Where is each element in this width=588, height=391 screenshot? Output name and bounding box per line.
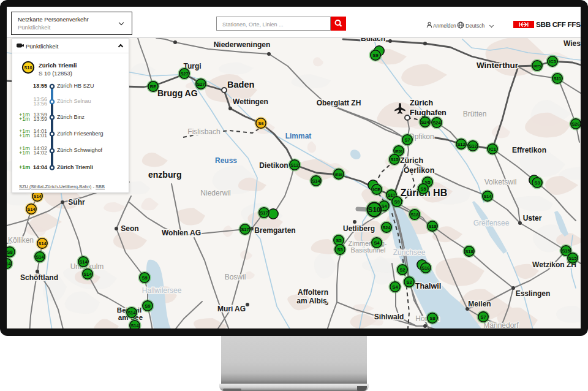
svg-text:S14: S14: [7, 261, 11, 267]
svg-text:Esslingen: Esslingen: [516, 289, 551, 298]
svg-text:Wettingen: Wettingen: [233, 97, 268, 106]
svg-text:S18: S18: [410, 212, 418, 218]
svg-text:ICE: ICE: [373, 187, 380, 192]
svg-text:S9: S9: [372, 53, 378, 58]
svg-text:Wohlen AG: Wohlen AG: [162, 229, 201, 237]
svg-text:S5: S5: [336, 238, 341, 243]
svg-text:Suhr: Suhr: [68, 198, 85, 207]
svg-text:Meilen: Meilen: [468, 300, 491, 308]
svg-text:S14: S14: [79, 259, 88, 265]
svg-text:S14: S14: [483, 194, 492, 199]
svg-text:Volketswil: Volketswil: [484, 178, 517, 186]
svg-text:IR75: IR75: [533, 64, 541, 68]
svg-text:S11: S11: [554, 76, 562, 82]
svg-text:Reuss: Reuss: [215, 156, 237, 165]
svg-text:IR36: IR36: [395, 150, 403, 153]
svg-text:S27: S27: [180, 71, 188, 77]
svg-text:Brugg AG: Brugg AG: [157, 88, 198, 98]
svg-text:S24: S24: [421, 120, 429, 125]
svg-text:S4: S4: [392, 284, 398, 290]
svg-text:S5: S5: [337, 247, 342, 252]
svg-text:S14: S14: [39, 241, 47, 246]
svg-text:Wies: Wies: [564, 39, 581, 48]
svg-text:Dietikon: Dietikon: [259, 161, 288, 170]
svg-text:Sihlwald: Sihlwald: [374, 313, 404, 321]
svg-text:S14: S14: [127, 310, 136, 316]
svg-text:Thalwil: Thalwil: [415, 282, 441, 290]
svg-text:S14: S14: [83, 271, 92, 277]
svg-text:IR35: IR35: [335, 173, 343, 177]
svg-text:S18: S18: [428, 224, 436, 229]
svg-text:Brütten: Brütten: [463, 110, 487, 118]
svg-text:Boswil: Boswil: [225, 273, 246, 281]
svg-text:S9: S9: [141, 275, 147, 281]
svg-text:Niederweningen: Niederweningen: [214, 40, 271, 49]
svg-text:S3: S3: [534, 180, 540, 186]
svg-text:S7: S7: [480, 314, 486, 320]
svg-text:S12: S12: [469, 143, 477, 149]
svg-text:Effretikon: Effretikon: [512, 146, 546, 154]
svg-text:Seon: Seon: [121, 224, 138, 233]
svg-text:S9: S9: [394, 199, 399, 205]
svg-text:S8: S8: [7, 249, 12, 255]
svg-text:Hallwilersee: Hallwilersee: [142, 286, 182, 295]
svg-text:S10: S10: [368, 206, 380, 213]
svg-text:Fislisbach: Fislisbach: [187, 127, 220, 136]
svg-text:S7: S7: [404, 137, 410, 143]
svg-text:RE: RE: [150, 84, 156, 89]
svg-text:S17: S17: [241, 227, 249, 232]
svg-text:Zürich: Zürich: [400, 156, 423, 165]
svg-text:Zürich: Zürich: [410, 99, 433, 107]
svg-text:Uetliberg: Uetliberg: [343, 224, 375, 233]
svg-text:Baden: Baden: [227, 80, 254, 89]
svg-text:Affoltern: Affoltern: [298, 288, 328, 297]
svg-text:S5: S5: [420, 186, 426, 192]
svg-text:S12: S12: [290, 162, 298, 168]
svg-text:enzburg: enzburg: [148, 170, 181, 180]
svg-text:IC5: IC5: [549, 59, 556, 64]
svg-text:Greifensee: Greifensee: [473, 219, 510, 227]
svg-text:Uster: Uster: [523, 214, 542, 222]
svg-text:Zürichsee: Zürichsee: [393, 248, 426, 257]
svg-text:S8: S8: [429, 316, 435, 321]
svg-text:S17: S17: [260, 210, 268, 216]
svg-text:Limmat: Limmat: [285, 132, 312, 140]
svg-text:S24: S24: [432, 120, 441, 126]
svg-text:S15: S15: [568, 256, 576, 261]
svg-text:S9: S9: [145, 303, 150, 309]
svg-text:Niederwil: Niederwil: [200, 189, 230, 197]
svg-text:Männedorf: Männedorf: [483, 321, 519, 328]
svg-text:S26: S26: [571, 121, 579, 127]
svg-text:S15: S15: [390, 157, 398, 162]
svg-text:Kölliken: Kölliken: [8, 236, 34, 245]
svg-text:S14: S14: [130, 323, 139, 328]
svg-text:Muri AG: Muri AG: [217, 305, 246, 313]
svg-text:S6: S6: [258, 121, 264, 126]
svg-text:S24: S24: [382, 225, 391, 230]
svg-text:S12: S12: [457, 142, 465, 147]
svg-text:S4: S4: [374, 240, 380, 246]
svg-text:S14: S14: [36, 254, 44, 260]
svg-text:Bremgarten: Bremgarten: [254, 226, 295, 235]
svg-text:S18: S18: [465, 249, 473, 254]
svg-text:IC1: IC1: [489, 146, 496, 152]
svg-text:Flughafen: Flughafen: [410, 108, 447, 117]
svg-text:S27: S27: [197, 82, 205, 87]
svg-text:S2: S2: [406, 279, 412, 285]
svg-text:S14: S14: [312, 178, 320, 184]
svg-text:Bülach: Bülach: [361, 38, 385, 43]
svg-text:S14: S14: [28, 207, 36, 212]
svg-text:S14: S14: [34, 194, 42, 199]
svg-text:S16: S16: [421, 265, 429, 271]
svg-text:S15: S15: [562, 248, 570, 254]
svg-text:Oerlikon: Oerlikon: [404, 166, 435, 175]
svg-text:S2: S2: [399, 267, 405, 273]
svg-text:Oberglatt ZH: Oberglatt ZH: [317, 99, 361, 107]
svg-text:Winterthur: Winterthur: [477, 61, 519, 70]
svg-text:Schöftland: Schöftland: [20, 273, 58, 282]
svg-text:am Albis: am Albis: [296, 297, 327, 305]
